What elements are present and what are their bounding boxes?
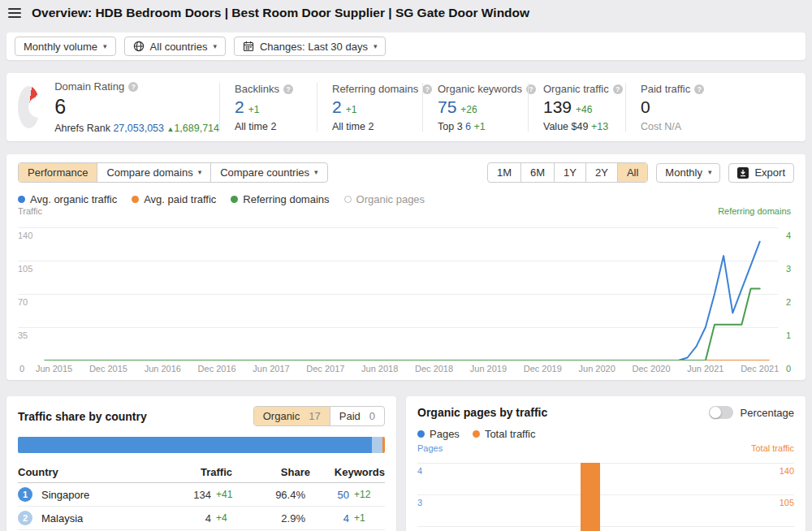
range-1y[interactable]: 1Y (554, 163, 585, 182)
chevron-down-icon: ▾ (198, 169, 202, 176)
interval-dropdown[interactable]: Monthly▾ (656, 163, 720, 183)
chevron-down-icon: ▾ (103, 43, 107, 50)
gridline (417, 526, 794, 527)
organic-pages-title: Organic pages by traffic (417, 406, 547, 419)
menu-icon[interactable] (8, 8, 21, 18)
left-axis-zero: 0 (19, 364, 24, 373)
ahrefs-rank-link[interactable]: 27,053,053 (113, 123, 164, 134)
total-traffic-tick: 140 (780, 466, 794, 476)
share-segment-india (382, 437, 385, 453)
countries-dropdown[interactable]: All countries▾ (124, 37, 226, 56)
domain-rating-donut (18, 86, 40, 128)
range-6m[interactable]: 6M (520, 163, 554, 182)
filter-organic[interactable]: Organic17 (254, 407, 330, 425)
pages-axis-title: Pages (417, 443, 443, 453)
keywords-link[interactable]: 50 (338, 489, 349, 501)
filter-paid[interactable]: Paid0 (330, 407, 384, 425)
volume-dropdown[interactable]: Monthly volume▾ (15, 37, 116, 56)
metrics-summary: Domain Rating? 6 Ahrefs Rank 27,053,053 … (6, 73, 806, 141)
performance-line-chart (18, 227, 778, 360)
calendar-icon (243, 41, 254, 52)
left-axis-title: Traffic (18, 206, 42, 216)
help-icon[interactable]: ? (283, 84, 293, 94)
country-share-stacked-bar (18, 437, 385, 453)
x-axis-ticks: Jun 2015Dec 2015Jun 2016Dec 2016Jun 2017… (6, 364, 806, 375)
globe-icon (133, 41, 145, 52)
traffic-share-panel: Traffic share by country Organic17 Paid0… (6, 396, 396, 531)
app-header: Overview: HDB Bedroom Doors | Best Room … (0, 0, 812, 26)
country-name: Singapore (41, 489, 89, 501)
chevron-down-icon: ▾ (708, 169, 712, 176)
domain-rating-value: 6 (54, 94, 219, 119)
total-traffic-tick: 105 (780, 498, 794, 507)
traffic-share-title: Traffic share by country (18, 410, 147, 423)
legend-total-traffic[interactable]: Total traffic (473, 428, 536, 440)
metric-backlinks: Backlinks? 2+1 All time 2 (219, 83, 317, 132)
keywords-link[interactable]: 4 (343, 512, 349, 525)
orange-dot-icon (132, 196, 139, 203)
table-row: 1Singapore 134 +41 96.4% 50 +12 (18, 483, 385, 507)
toggle-knob (710, 407, 721, 418)
filters-toolbar: Monthly volume▾ All countries▾ Changes: … (6, 32, 806, 60)
rank-badge: 1 (18, 487, 32, 502)
metric-referring-domains: Referring domains? 2+1 All time 2 (317, 83, 422, 132)
pages-tick: 4 (417, 466, 422, 476)
table-row: 2Malaysia 4 +4 2.9% 4 +1 (18, 507, 385, 530)
country-table: Country Traffic Share Keywords 1Singapor… (18, 461, 385, 531)
backlinks-value-link[interactable]: 2 (235, 97, 244, 116)
organic-paid-filter: Organic17 Paid0 (253, 406, 385, 426)
gridline (417, 463, 794, 464)
hollow-dot-icon (344, 196, 352, 203)
tab-performance[interactable]: Performance (19, 163, 97, 182)
page-title: Overview: HDB Bedroom Doors | Best Room … (32, 6, 529, 20)
share-segment-singapore (18, 437, 372, 453)
export-button[interactable]: Export (728, 163, 794, 183)
tab-compare-countries[interactable]: Compare countries▾ (210, 163, 326, 182)
total-traffic-axis-title: Total traffic (751, 443, 794, 453)
chevron-down-icon: ▾ (213, 43, 217, 50)
legend-organic-pages[interactable]: Organic pages (344, 193, 425, 205)
metric-organic-traffic: Organic traffic? 139+46 Value $49 +13 (528, 83, 625, 132)
green-dot-icon (231, 196, 238, 203)
paid-traffic-value: 0 (641, 97, 650, 116)
organic-keywords-value-link[interactable]: 75 (438, 97, 456, 116)
percentage-label: Percentage (741, 407, 795, 419)
help-icon[interactable]: ? (613, 84, 623, 94)
pages-chart-legend: Pages Total traffic (406, 419, 806, 440)
country-name: Malaysia (41, 512, 83, 525)
pages-tick: 3 (417, 498, 422, 507)
country-table-header: Country Traffic Share Keywords (18, 461, 385, 483)
chevron-down-icon: ▾ (374, 43, 378, 50)
changes-dropdown[interactable]: Changes: Last 30 days▾ (234, 37, 387, 56)
chart-legend: Avg. organic traffic Avg. paid traffic R… (18, 193, 794, 205)
percentage-toggle[interactable] (709, 406, 733, 419)
legend-avg-paid-traffic[interactable]: Avg. paid traffic (132, 193, 216, 205)
rank-badge: 2 (18, 511, 32, 525)
right-axis-zero: 0 (786, 364, 791, 373)
legend-pages[interactable]: Pages (417, 428, 460, 440)
organic-pages-panel: Organic pages by traffic Percentage Page… (406, 396, 806, 531)
total-traffic-bar (581, 463, 600, 531)
performance-panel: Performance Compare domains▾ Compare cou… (6, 154, 806, 380)
chevron-down-icon: ▾ (314, 169, 318, 176)
metric-domain-rating: Domain Rating? 6 Ahrefs Rank 27,053,053 … (6, 83, 219, 132)
range-2y[interactable]: 2Y (585, 163, 617, 182)
blue-dot-icon (417, 430, 425, 438)
gridline (417, 494, 794, 495)
help-icon[interactable]: ? (694, 84, 704, 94)
referring-domains-value-link[interactable]: 2 (332, 97, 342, 116)
range-all[interactable]: All (617, 163, 647, 182)
download-icon (737, 167, 749, 179)
blue-dot-icon (18, 196, 25, 203)
performance-tabs: Performance Compare domains▾ Compare cou… (18, 162, 328, 183)
help-icon[interactable]: ? (128, 82, 138, 92)
right-axis-title: Referring domains (718, 206, 791, 216)
tab-compare-domains[interactable]: Compare domains▾ (97, 163, 210, 182)
top3-link[interactable]: 6 (465, 121, 471, 132)
legend-referring-domains[interactable]: Referring domains (231, 193, 329, 205)
organic-traffic-value: 139 (543, 97, 572, 116)
share-segment-malaysia (372, 437, 382, 453)
legend-avg-organic-traffic[interactable]: Avg. organic traffic (18, 193, 117, 205)
range-1m[interactable]: 1M (488, 163, 520, 182)
metric-organic-keywords: Organic keywords? 75+26 Top 3 6 +1 (422, 83, 528, 132)
